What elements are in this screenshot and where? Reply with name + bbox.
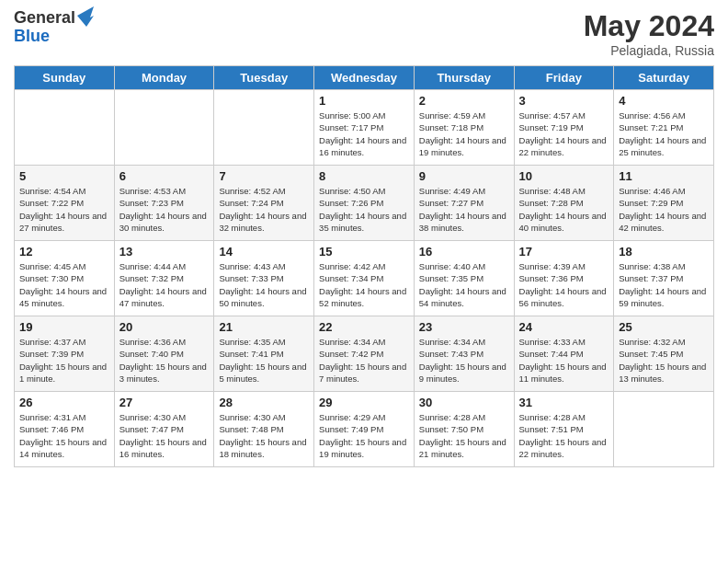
table-row: 6Sunrise: 4:53 AM Sunset: 7:23 PM Daylig… [114,166,214,241]
table-row: 7Sunrise: 4:52 AM Sunset: 7:24 PM Daylig… [214,166,314,241]
cell-info: Sunrise: 4:42 AM Sunset: 7:34 PM Dayligh… [319,260,409,309]
header-thursday: Thursday [414,66,514,90]
table-row: 2Sunrise: 4:59 AM Sunset: 7:18 PM Daylig… [414,90,514,166]
table-row: 18Sunrise: 4:38 AM Sunset: 7:37 PM Dayli… [614,241,714,316]
table-row: 20Sunrise: 4:36 AM Sunset: 7:40 PM Dayli… [114,316,214,392]
table-row: 8Sunrise: 4:50 AM Sunset: 7:26 PM Daylig… [314,166,415,241]
table-row: 11Sunrise: 4:46 AM Sunset: 7:29 PM Dayli… [614,166,714,241]
day-number: 19 [19,320,109,334]
day-number: 7 [219,169,309,183]
cell-info: Sunrise: 5:00 AM Sunset: 7:17 PM Dayligh… [319,109,409,158]
cell-info: Sunrise: 4:32 AM Sunset: 7:45 PM Dayligh… [619,336,709,385]
day-number: 23 [419,320,509,334]
table-row: 22Sunrise: 4:34 AM Sunset: 7:42 PM Dayli… [314,316,415,392]
cell-info: Sunrise: 4:54 AM Sunset: 7:22 PM Dayligh… [19,185,109,234]
table-row: 26Sunrise: 4:31 AM Sunset: 7:46 PM Dayli… [15,392,115,467]
calendar-row: 12Sunrise: 4:45 AM Sunset: 7:30 PM Dayli… [15,241,714,316]
title-location: Pelagiada, Russia [584,43,714,58]
table-row [15,90,115,166]
header-saturday: Saturday [614,66,714,90]
cell-info: Sunrise: 4:57 AM Sunset: 7:19 PM Dayligh… [519,109,609,158]
table-row: 4Sunrise: 4:56 AM Sunset: 7:21 PM Daylig… [614,90,714,166]
day-number: 4 [619,94,709,108]
logo-bird-icon [77,6,94,27]
day-number: 27 [119,396,210,409]
cell-info: Sunrise: 4:56 AM Sunset: 7:21 PM Dayligh… [619,109,709,158]
cell-info: Sunrise: 4:35 AM Sunset: 7:41 PM Dayligh… [219,336,309,385]
cell-info: Sunrise: 4:34 AM Sunset: 7:43 PM Dayligh… [419,336,509,385]
cell-info: Sunrise: 4:30 AM Sunset: 7:47 PM Dayligh… [119,411,210,460]
day-number: 17 [519,245,609,259]
table-row: 23Sunrise: 4:34 AM Sunset: 7:43 PM Dayli… [414,316,514,392]
cell-info: Sunrise: 4:29 AM Sunset: 7:49 PM Dayligh… [319,411,409,460]
table-row: 13Sunrise: 4:44 AM Sunset: 7:32 PM Dayli… [114,241,214,316]
day-number: 20 [119,320,210,334]
day-number: 14 [219,245,309,259]
day-number: 15 [319,245,409,259]
table-row: 5Sunrise: 4:54 AM Sunset: 7:22 PM Daylig… [15,166,115,241]
day-number: 22 [319,320,409,334]
day-number: 10 [519,169,609,183]
cell-info: Sunrise: 4:39 AM Sunset: 7:36 PM Dayligh… [519,260,609,309]
cell-info: Sunrise: 4:59 AM Sunset: 7:18 PM Dayligh… [419,109,509,158]
cell-info: Sunrise: 4:53 AM Sunset: 7:23 PM Dayligh… [119,185,210,234]
table-row: 1Sunrise: 5:00 AM Sunset: 7:17 PM Daylig… [314,90,415,166]
cell-info: Sunrise: 4:50 AM Sunset: 7:26 PM Dayligh… [319,185,409,234]
cell-info: Sunrise: 4:33 AM Sunset: 7:44 PM Dayligh… [519,336,609,385]
cell-info: Sunrise: 4:43 AM Sunset: 7:33 PM Dayligh… [219,260,309,309]
day-number: 5 [19,169,109,183]
cell-info: Sunrise: 4:31 AM Sunset: 7:46 PM Dayligh… [19,411,109,460]
cell-info: Sunrise: 4:45 AM Sunset: 7:30 PM Dayligh… [19,260,109,309]
table-row: 17Sunrise: 4:39 AM Sunset: 7:36 PM Dayli… [514,241,614,316]
table-row: 31Sunrise: 4:28 AM Sunset: 7:51 PM Dayli… [514,392,614,467]
day-number: 2 [419,94,509,108]
day-number: 24 [519,320,609,334]
table-row [114,90,214,166]
cell-info: Sunrise: 4:46 AM Sunset: 7:29 PM Dayligh… [619,185,709,234]
header-wednesday: Wednesday [314,66,415,90]
table-row: 19Sunrise: 4:37 AM Sunset: 7:39 PM Dayli… [15,316,115,392]
table-row: 29Sunrise: 4:29 AM Sunset: 7:49 PM Dayli… [314,392,415,467]
day-number: 31 [519,396,609,409]
calendar-row: 26Sunrise: 4:31 AM Sunset: 7:46 PM Dayli… [15,392,714,467]
header-tuesday: Tuesday [214,66,314,90]
table-row: 9Sunrise: 4:49 AM Sunset: 7:27 PM Daylig… [414,166,514,241]
header: General Blue May 2024 Pelagiada, Russia [14,9,714,58]
header-monday: Monday [114,66,214,90]
svg-marker-0 [77,6,94,27]
title-month: May 2024 [584,9,714,43]
table-row: 15Sunrise: 4:42 AM Sunset: 7:34 PM Dayli… [314,241,415,316]
header-friday: Friday [514,66,614,90]
calendar: Sunday Monday Tuesday Wednesday Thursday… [14,65,714,467]
day-number: 26 [19,396,109,409]
weekday-header-row: Sunday Monday Tuesday Wednesday Thursday… [15,66,714,90]
day-number: 29 [319,396,409,409]
cell-info: Sunrise: 4:28 AM Sunset: 7:51 PM Dayligh… [519,411,609,460]
cell-info: Sunrise: 4:28 AM Sunset: 7:50 PM Dayligh… [419,411,509,460]
cell-info: Sunrise: 4:49 AM Sunset: 7:27 PM Dayligh… [419,185,509,234]
table-row: 28Sunrise: 4:30 AM Sunset: 7:48 PM Dayli… [214,392,314,467]
cell-info: Sunrise: 4:36 AM Sunset: 7:40 PM Dayligh… [119,336,210,385]
calendar-row: 1Sunrise: 5:00 AM Sunset: 7:17 PM Daylig… [15,90,714,166]
day-number: 12 [19,245,109,259]
header-sunday: Sunday [15,66,115,90]
day-number: 3 [519,94,609,108]
cell-info: Sunrise: 4:44 AM Sunset: 7:32 PM Dayligh… [119,260,210,309]
calendar-row: 5Sunrise: 4:54 AM Sunset: 7:22 PM Daylig… [15,166,714,241]
cell-info: Sunrise: 4:40 AM Sunset: 7:35 PM Dayligh… [419,260,509,309]
cell-info: Sunrise: 4:30 AM Sunset: 7:48 PM Dayligh… [219,411,309,460]
day-number: 1 [319,94,409,108]
table-row [614,392,714,467]
logo-text: General Blue [14,9,94,46]
day-number: 18 [619,245,709,259]
table-row: 25Sunrise: 4:32 AM Sunset: 7:45 PM Dayli… [614,316,714,392]
cell-info: Sunrise: 4:38 AM Sunset: 7:37 PM Dayligh… [619,260,709,309]
day-number: 6 [119,169,210,183]
cell-info: Sunrise: 4:48 AM Sunset: 7:28 PM Dayligh… [519,185,609,234]
day-number: 16 [419,245,509,259]
day-number: 9 [419,169,509,183]
title-block: May 2024 Pelagiada, Russia [584,9,714,58]
table-row: 16Sunrise: 4:40 AM Sunset: 7:35 PM Dayli… [414,241,514,316]
day-number: 30 [419,396,509,409]
cell-info: Sunrise: 4:34 AM Sunset: 7:42 PM Dayligh… [319,336,409,385]
